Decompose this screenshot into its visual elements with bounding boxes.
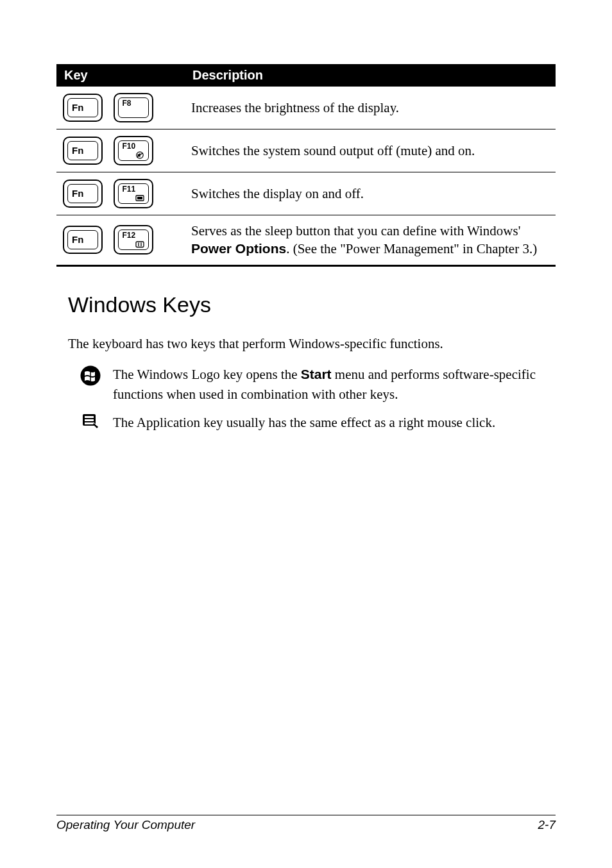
hotkey-desc: Switches the display on and off. bbox=[185, 172, 556, 215]
svg-rect-4 bbox=[136, 242, 144, 247]
start-label: Start bbox=[301, 367, 332, 381]
table-row: Fn F12 bbox=[56, 215, 556, 266]
footer-page-number: 2-7 bbox=[538, 818, 556, 832]
windows-logo-icon bbox=[68, 365, 113, 387]
sleep-icon bbox=[135, 241, 144, 248]
hotkey-desc: Serves as the sleep button that you can … bbox=[185, 215, 556, 266]
hotkey-table-header-desc: Description bbox=[185, 64, 556, 87]
page-footer: Operating Your Computer 2-7 bbox=[56, 815, 556, 832]
application-key-icon bbox=[68, 413, 113, 430]
svg-rect-3 bbox=[137, 197, 142, 199]
list-item: The Application key usually has the same… bbox=[68, 413, 556, 432]
keycap-fn: Fn bbox=[63, 226, 103, 254]
footer-title: Operating Your Computer bbox=[56, 818, 195, 832]
hotkey-table: Key Description Fn F8 bbox=[56, 64, 556, 267]
keycap-fn: Fn bbox=[63, 94, 103, 122]
svg-rect-12 bbox=[85, 422, 94, 424]
power-options-label: Power Options bbox=[191, 241, 286, 256]
table-row: Fn F11 bbox=[56, 172, 556, 215]
hotkey-desc: Switches the system sound output off (mu… bbox=[185, 129, 556, 172]
keycap-f8: F8 bbox=[114, 93, 153, 122]
hotkey-desc: Increases the brightness of the display. bbox=[185, 87, 556, 129]
table-row: Fn F8 Increases the brightness of the di… bbox=[56, 87, 556, 129]
windows-logo-description: The Windows Logo key opens the Start men… bbox=[113, 365, 556, 404]
hotkey-table-header-key: Key bbox=[56, 64, 185, 87]
display-panel-icon bbox=[135, 195, 144, 202]
keycap-f10: F10 bbox=[114, 136, 153, 165]
heading-windows-keys: Windows Keys bbox=[68, 292, 556, 317]
svg-rect-10 bbox=[85, 416, 94, 418]
svg-rect-11 bbox=[85, 419, 94, 421]
speaker-mute-icon bbox=[135, 151, 144, 159]
list-item: The Windows Logo key opens the Start men… bbox=[68, 365, 556, 404]
table-row: Fn F10 bbox=[56, 129, 556, 172]
keycap-fn: Fn bbox=[63, 179, 103, 208]
keycap-fn: Fn bbox=[63, 137, 103, 165]
paragraph-intro: The keyboard has two keys that perform W… bbox=[68, 334, 556, 353]
application-key-description: The Application key usually has the same… bbox=[113, 413, 495, 432]
keycap-f11: F11 bbox=[114, 179, 153, 208]
keycap-f12: F12 bbox=[114, 225, 153, 255]
